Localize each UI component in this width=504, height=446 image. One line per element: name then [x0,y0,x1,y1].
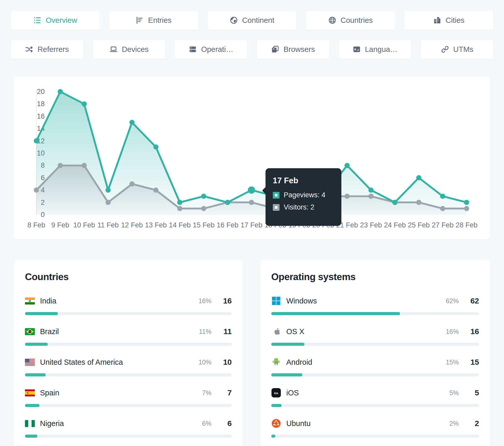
tab-label: Continent [242,16,274,25]
stat-row-india[interactable]: India16%16 [25,296,232,315]
y-axis-tick: 18 [37,100,45,108]
pageviews-point[interactable] [201,194,206,199]
laptop-icon [109,45,118,53]
svg-text:ios: ios [274,391,278,395]
tab-continent[interactable]: Continent [207,10,297,30]
visitors-point[interactable] [58,163,63,168]
pageviews-point[interactable] [58,89,63,94]
tab-overview[interactable]: Overview [10,10,100,30]
stat-percent: 16% [446,328,459,335]
pageviews-point[interactable] [368,187,374,193]
stat-percent: 6% [202,420,211,427]
pageviews-point[interactable] [464,200,469,205]
browser-icon [271,45,279,53]
stat-row-spain[interactable]: Spain7%7 [25,388,232,407]
stat-row-ubuntu[interactable]: Ubuntu2%2 [271,418,479,438]
stat-name: Nigeria [40,419,64,428]
visitors-point[interactable] [440,206,445,211]
x-axis-label: 17 Feb [241,221,262,229]
visitors-point[interactable] [105,200,111,205]
pageviews-point[interactable] [440,194,445,199]
globe-icon [328,16,336,24]
tab-utms[interactable]: UTMs [420,39,494,59]
visitors-legend-swatch [273,204,280,211]
flag-nigeria [25,418,35,428]
pageviews-point[interactable] [177,200,182,205]
stat-row-ios[interactable]: iosiOS5%5 [271,388,479,407]
y-axis-tick: 16 [37,112,45,120]
tab-countries[interactable]: Countries [306,10,395,30]
tab-label: Browsers [283,45,315,54]
tab-label: Referrers [37,45,69,54]
tab-referrers[interactable]: Referrers [10,39,84,59]
stat-row-android[interactable]: Android15%15 [271,357,479,376]
y-axis-tick: 20 [37,88,45,96]
pageviews-point[interactable] [129,120,135,125]
pageviews-point[interactable] [105,187,111,193]
stat-progress-track [271,435,479,438]
visitors-point[interactable] [129,181,135,187]
pageviews-point[interactable] [153,144,158,150]
continent-icon [230,16,238,24]
flag-brazil [25,327,35,336]
pageviews-point[interactable] [344,163,350,168]
tab-browsers[interactable]: Browsers [256,39,330,59]
visitors-point[interactable] [368,194,374,199]
stat-row-nigeria[interactable]: Nigeria6%6 [25,418,232,438]
x-axis-label: 25 Feb [408,221,430,229]
pageviews-point[interactable] [34,138,39,144]
visitors-point[interactable] [344,194,350,199]
visitors-point[interactable] [153,187,158,193]
stat-name: India [40,297,56,305]
stat-percent: 10% [198,359,211,366]
stat-row-brazil[interactable]: Brazil11%11 [25,327,232,346]
stat-name: OS X [286,327,304,336]
visitors-point[interactable] [177,206,182,211]
visitors-point[interactable] [201,206,206,211]
x-axis-label: 28 Feb [456,221,478,229]
entries-chart-icon [136,16,144,24]
stat-progress-track [25,312,232,315]
stat-count: 7 [211,388,232,397]
apple-icon [271,327,281,336]
visitors-point[interactable] [82,163,87,168]
pageviews-point-active[interactable] [248,186,255,194]
stat-progress-fill [271,343,304,346]
tab-langua[interactable]: AzLangua… [339,39,412,59]
visitors-point[interactable] [249,200,254,205]
stat-progress-track [271,404,479,407]
tab-cities[interactable]: Cities [404,10,494,30]
stat-row-windows[interactable]: Windows62%62 [271,296,479,315]
tab-label: Cities [446,16,465,25]
tab-devices[interactable]: Devices [92,39,166,59]
pageviews-point[interactable] [392,200,397,205]
visitors-point[interactable] [34,187,39,193]
pageviews-point[interactable] [225,200,230,205]
traffic-line-chart[interactable]: 024681012141618208 Feb9 Feb10 Feb11 Feb1… [14,76,490,239]
tab-entries[interactable]: Entries [109,10,198,30]
tab-row-secondary: ReferrersDevicesOperati…BrowsersAzLangua… [10,39,494,59]
stat-count: 16 [211,296,232,305]
visitors-point[interactable] [416,200,421,205]
x-axis-label: 9 Feb [51,221,69,229]
stat-percent: 16% [198,297,211,305]
x-axis-label: 12 Feb [121,221,143,229]
stat-name: Windows [286,297,317,305]
tab-label: Overview [46,16,77,25]
os-panel-title: Operating systems [271,272,479,282]
stat-progress-track [25,404,232,407]
pageviews-legend-swatch [273,192,280,199]
x-axis-label: 16 Feb [217,221,238,229]
pageviews-point[interactable] [416,175,421,180]
tab-operati[interactable]: Operati… [174,39,248,59]
stat-row-united-states-of-america[interactable]: United States of America10%10 [25,357,232,376]
stat-name: Spain [40,389,59,397]
stat-row-os-x[interactable]: OS X16%16 [271,327,479,346]
tooltip-row: Visitors: 2 [273,203,334,211]
tooltip-metric: Visitors: 2 [284,203,314,211]
visitors-point[interactable] [464,206,469,211]
pageviews-point[interactable] [82,101,87,106]
stat-count: 62 [459,296,479,305]
stat-progress-track [25,343,232,346]
stat-percent: 62% [446,297,459,305]
